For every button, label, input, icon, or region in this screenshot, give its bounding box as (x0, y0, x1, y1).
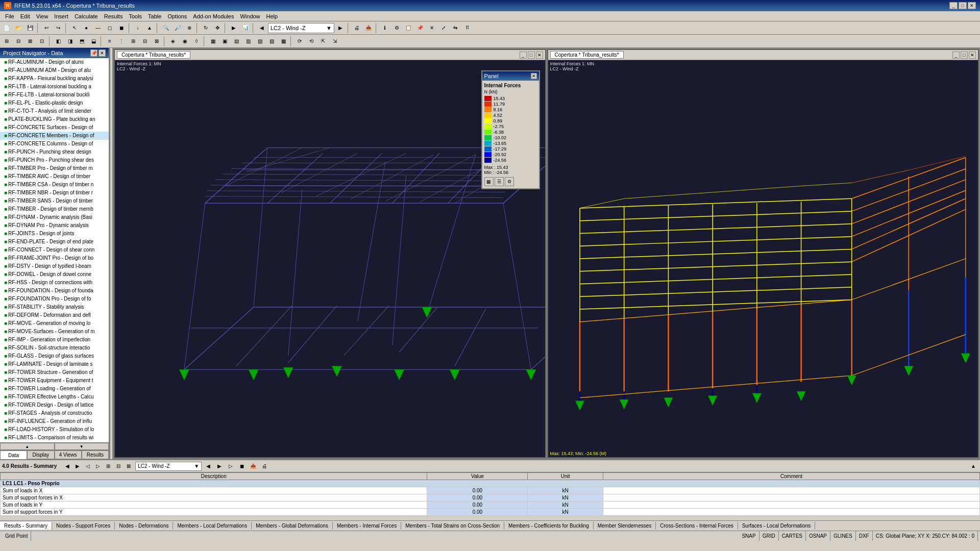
bp-btn2[interactable]: ▶ (73, 462, 82, 471)
nav-item-26[interactable]: ■ RF-DOWEL - Design of dowel conne (0, 270, 109, 279)
toolbar-undo[interactable]: ↩ (41, 22, 52, 34)
toolbar2-misc4[interactable]: ⇲ (329, 36, 340, 47)
menu-options[interactable]: Options (164, 12, 190, 20)
nav-item-10[interactable]: ■ RF-CONCRETE Columns - Design of (0, 140, 109, 148)
toolbar2-disp3[interactable]: ⊞ (128, 36, 139, 47)
viewport-left-maximize[interactable]: □ (528, 52, 535, 59)
menu-calculate[interactable]: Calculate (71, 12, 101, 20)
toolbar-next-lc[interactable]: ▶ (335, 22, 346, 34)
nav-item-42[interactable]: ■ RF-TOWER Design - Design of lattice (0, 401, 109, 409)
results-tab-4[interactable]: Members - Global Deformations (252, 522, 333, 530)
toolbar-rotate[interactable]: ↻ (200, 22, 211, 34)
toolbar2-clip6[interactable]: ▨ (266, 36, 277, 47)
panel-close-button[interactable]: ✕ (531, 73, 537, 79)
panel-icon-2[interactable]: ☰ (495, 177, 504, 186)
nav-item-46[interactable]: ■ RF-LIMITS - Comparison of results wi (0, 434, 109, 442)
toolbar-new[interactable]: 📄 (1, 22, 12, 34)
menu-insert[interactable]: Insert (51, 12, 71, 20)
results-tab-8[interactable]: Member Slendernesses (594, 522, 656, 530)
results-tab-10[interactable]: Surfaces - Local Deformations (738, 522, 816, 530)
toolbar-redo[interactable]: ↪ (53, 22, 64, 34)
nav-item-33[interactable]: ■ RF-MOVE-Surfaces - Generation of m (0, 328, 109, 336)
nav-item-29[interactable]: ■ RF-FOUNDATION Pro - Design of fo (0, 295, 109, 303)
toolbar2-btn4[interactable]: ⊡ (36, 36, 47, 47)
viewport-left-close[interactable]: ✕ (536, 52, 543, 59)
bp-loadcase-dropdown[interactable]: LC2 - Wind -Z ▼ (135, 462, 202, 471)
toolbar2-btn3[interactable]: ⊠ (24, 36, 36, 47)
bp-btn7[interactable]: ⊠ (124, 462, 133, 471)
nav-item-22[interactable]: ■ RF-END-PLATE - Design of end plate (0, 238, 109, 246)
results-tab-3[interactable]: Members - Local Deformations (173, 522, 252, 530)
toolbar-pan[interactable]: ✥ (212, 22, 223, 34)
results-tab-6[interactable]: Members - Total Strains on Cross-Section (401, 522, 504, 530)
toolbar2-disp5[interactable]: ⊠ (151, 36, 162, 47)
bp-btn5[interactable]: ⊞ (104, 462, 113, 471)
menu-addons[interactable]: Add-on Modules (190, 12, 237, 20)
nav-item-9[interactable]: ■ RF-CONCRETE Members - Design of (0, 132, 109, 140)
toolbar-support[interactable]: ▲ (144, 22, 155, 34)
toolbar-info[interactable]: ℹ (379, 22, 390, 34)
toolbar-copy[interactable]: 📋 (403, 22, 414, 34)
nav-item-23[interactable]: ■ RF-CONNECT - Design of shear conn (0, 246, 109, 254)
toolbar-zoom-in[interactable]: 🔍 (160, 22, 172, 34)
toolbar-surface[interactable]: ◻ (104, 22, 115, 34)
menu-tools[interactable]: Tools (126, 12, 145, 20)
nav-item-14[interactable]: ■ RF-TIMBER AWC - Design of timber (0, 172, 109, 181)
nav-item-13[interactable]: ■ RF-TIMBER Pro - Design of timber m (0, 164, 109, 172)
nav-item-45[interactable]: ■ RF-LOAD-HISTORY - Simulation of lo (0, 425, 109, 434)
nav-item-28[interactable]: ■ RF-FOUNDATION - Design of founda (0, 287, 109, 295)
nav-item-11[interactable]: ■ RF-PUNCH - Punching shear design (0, 148, 109, 156)
nav-tab-data[interactable]: Data (0, 450, 27, 459)
toolbar2-view2[interactable]: ◨ (64, 36, 76, 47)
toolbar2-misc3[interactable]: ⇱ (317, 36, 329, 47)
nav-item-41[interactable]: ■ RF-TOWER Effective Lengths - Calcu (0, 393, 109, 401)
viewport-right-maximize[interactable]: □ (961, 52, 968, 59)
nav-item-34[interactable]: ■ RF-IMP - Generation of imperfection (0, 336, 109, 344)
nav-item-37[interactable]: ■ RF-LAMINATE - Design of laminate s (0, 360, 109, 368)
menu-edit[interactable]: Edit (17, 12, 33, 20)
results-tab-1[interactable]: Nodes - Support Forces (52, 522, 115, 530)
nav-item-40[interactable]: ■ RF-TOWER Loading - Generation of (0, 385, 109, 393)
bp-btn4[interactable]: ▷ (93, 462, 103, 471)
results-tab-9[interactable]: Cross-Sections - Internal Forces (656, 522, 738, 530)
toolbar-prev-lc[interactable]: ◀ (256, 22, 267, 34)
toolbar-solid[interactable]: ◼ (116, 22, 127, 34)
toolbar-array[interactable]: ⠿ (461, 22, 473, 34)
nav-item-1[interactable]: ■ RF-ALUMINUM ADM - Design of alu (0, 66, 109, 74)
toolbar-delete[interactable]: ✕ (426, 22, 437, 34)
toolbar2-view4[interactable]: ⬓ (88, 36, 99, 47)
maximize-button[interactable]: □ (959, 2, 967, 9)
toolbar2-clip5[interactable]: ▧ (254, 36, 265, 47)
toolbar2-disp2[interactable]: ⋮ (116, 36, 127, 47)
viewport-right-minimize[interactable]: _ (952, 52, 960, 59)
toolbar2-clip4[interactable]: ▥ (242, 36, 254, 47)
status-cartes[interactable]: CARTES (779, 531, 806, 541)
viewport-right-tab[interactable]: Copertura * Tribuna_results* (550, 51, 624, 59)
nav-item-25[interactable]: ■ RF-DSTV - Design of typified I-beam (0, 262, 109, 270)
nav-item-39[interactable]: ■ RF-TOWER Equipment - Equipment t (0, 377, 109, 385)
toolbar2-clip1[interactable]: ▦ (207, 36, 218, 47)
toolbar-export[interactable]: 📤 (363, 22, 374, 34)
toolbar2-btn1[interactable]: ⊞ (1, 36, 12, 47)
toolbar2-btn2[interactable]: ⊟ (13, 36, 24, 47)
nav-item-8[interactable]: ■ RF-CONCRETE Surfaces - Design of (0, 123, 109, 132)
results-tab-5[interactable]: Members - Internal Forces (333, 522, 401, 530)
nav-item-32[interactable]: ■ RF-MOVE - Generation of moving lo (0, 319, 109, 328)
nav-item-21[interactable]: ■ RF-JOINTS - Design of joints (0, 230, 109, 238)
bp-btn3[interactable]: ◁ (83, 462, 92, 471)
nav-item-38[interactable]: ■ RF-TOWER Structure - Generation of (0, 368, 109, 377)
toolbar2-misc1[interactable]: ⟳ (294, 36, 305, 47)
viewport-left-minimize[interactable]: _ (520, 52, 527, 59)
nav-item-18[interactable]: ■ RF-TIMBER - Design of timber memb (0, 205, 109, 213)
nav-item-44[interactable]: ■ RF-INFLUENCE - Generation of influ (0, 417, 109, 425)
nav-item-6[interactable]: ■ RF-C-TO-T - Analysis of limit slender (0, 107, 109, 115)
nav-item-17[interactable]: ■ RF-TIMBER SANS - Design of timber (0, 197, 109, 205)
toolbar-zoom-all[interactable]: ⊕ (184, 22, 195, 34)
results-tab-2[interactable]: Nodes - Deformations (115, 522, 173, 530)
toolbar2-render2[interactable]: ◉ (179, 36, 190, 47)
toolbar-load[interactable]: ↓ (132, 22, 143, 34)
status-dxf[interactable]: DXF (856, 531, 873, 541)
nav-tab-results[interactable]: Results (82, 450, 109, 459)
nav-item-27[interactable]: ■ RF-HSS - Design of connections with (0, 279, 109, 287)
bp-play[interactable]: ▷ (226, 462, 235, 471)
